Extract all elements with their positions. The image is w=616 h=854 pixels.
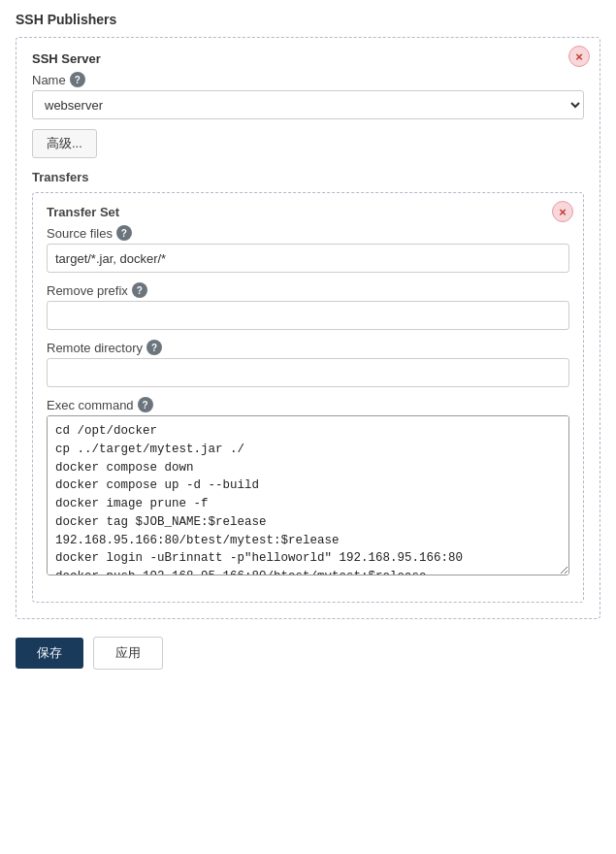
name-field-row: Name ? webserver <box>32 72 584 119</box>
transfer-set-label: Transfer Set <box>47 205 569 219</box>
remove-prefix-label-row: Remove prefix ? <box>47 282 569 298</box>
source-files-row: Source files ? <box>47 225 569 273</box>
exec-command-help-icon[interactable]: ? <box>138 397 153 412</box>
remote-directory-row: Remote directory ? <box>47 340 569 387</box>
ssh-server-header: SSH Server <box>32 51 584 66</box>
exec-command-textarea[interactable] <box>47 415 569 575</box>
ssh-server-label: SSH Server <box>32 51 101 66</box>
remote-directory-label-row: Remote directory ? <box>47 340 569 355</box>
name-help-icon[interactable]: ? <box>70 72 85 87</box>
name-label-row: Name ? <box>32 72 584 87</box>
page-title: SSH Publishers <box>16 12 600 27</box>
remote-directory-label: Remote directory <box>47 341 143 355</box>
remove-prefix-input[interactable] <box>47 301 569 330</box>
name-label: Name <box>32 73 66 87</box>
advanced-button[interactable]: 高级... <box>32 129 97 158</box>
apply-button[interactable]: 应用 <box>93 637 163 670</box>
transfer-set-close-button[interactable]: × <box>552 201 573 222</box>
ssh-server-close-button[interactable]: × <box>568 46 590 67</box>
exec-command-label-row: Exec command ? <box>47 397 569 412</box>
page-wrapper: SSH Publishers × SSH Server Name ? webse… <box>0 0 616 854</box>
remove-prefix-row: Remove prefix ? <box>47 282 569 330</box>
source-files-label-row: Source files ? <box>47 225 569 241</box>
remove-prefix-label: Remove prefix <box>47 283 128 298</box>
source-files-label: Source files <box>47 226 113 241</box>
ssh-server-card: × SSH Server Name ? webserver 高级... Tran… <box>16 37 600 619</box>
remote-directory-help-icon[interactable]: ? <box>146 340 162 355</box>
exec-command-row: Exec command ? <box>47 397 569 578</box>
source-files-input[interactable] <box>47 244 569 273</box>
transfers-label: Transfers <box>32 170 584 184</box>
save-button[interactable]: 保存 <box>16 638 83 669</box>
exec-command-label: Exec command <box>47 398 134 412</box>
ssh-server-name-select[interactable]: webserver <box>32 90 584 119</box>
footer-bar: 保存 应用 <box>16 637 600 670</box>
remove-prefix-help-icon[interactable]: ? <box>132 282 147 298</box>
transfer-set-card: × Transfer Set Source files ? Remove pre… <box>32 192 584 603</box>
remote-directory-input[interactable] <box>47 358 569 387</box>
source-files-help-icon[interactable]: ? <box>116 225 132 241</box>
